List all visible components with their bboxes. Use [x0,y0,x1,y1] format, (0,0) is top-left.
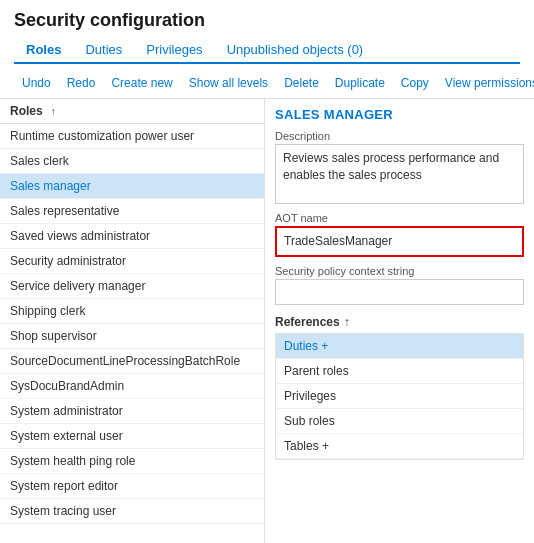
list-item[interactable]: Sales representative [0,199,264,224]
list-item[interactable]: Security administrator [0,249,264,274]
list-header-label: Roles [10,104,43,118]
references-sort: ↑ [344,315,350,329]
security-policy-field[interactable] [275,279,524,305]
list-item[interactable]: System report editor [0,474,264,499]
list-item[interactable]: System administrator [0,399,264,424]
description-label: Description [275,130,524,142]
list-item-sales-manager[interactable]: Sales manager [0,174,264,199]
copy-button[interactable]: Copy [393,73,437,93]
ref-item-parent-roles[interactable]: Parent roles [276,359,523,384]
tab-duties[interactable]: Duties [73,37,134,64]
view-permissions-button[interactable]: View permissions [437,73,534,93]
redo-button[interactable]: Redo [59,73,104,93]
list-item[interactable]: Shipping clerk [0,299,264,324]
list-item[interactable]: Runtime customization power user [0,124,264,149]
roles-list-panel: Roles ↑ Runtime customization power user… [0,99,265,543]
aot-name-label: AOT name [275,212,524,224]
list-item[interactable]: System tracing user [0,499,264,524]
aot-name-value: TradeSalesManager [284,234,392,248]
security-policy-label: Security policy context string [275,265,524,277]
references-list: Duties + Parent roles Privileges Sub rol… [275,333,524,460]
show-all-levels-button[interactable]: Show all levels [181,73,276,93]
description-value: Reviews sales process performance and en… [283,151,499,182]
list-item[interactable]: Shop supervisor [0,324,264,349]
ref-item-sub-roles[interactable]: Sub roles [276,409,523,434]
list-item[interactable]: System external user [0,424,264,449]
ref-item-privileges[interactable]: Privileges [276,384,523,409]
detail-panel: SALES MANAGER Description Reviews sales … [265,99,534,543]
tab-roles[interactable]: Roles [14,37,73,64]
toolbar: Undo Redo Create new Show all levels Del… [0,68,534,99]
undo-button[interactable]: Undo [14,73,59,93]
list-item[interactable]: Saved views administrator [0,224,264,249]
tab-privileges[interactable]: Privileges [134,37,214,64]
detail-title: SALES MANAGER [275,107,524,122]
references-label: References [275,315,340,329]
tab-bar: Roles Duties Privileges Unpublished obje… [14,37,520,64]
list-item[interactable]: System health ping role [0,449,264,474]
list-item[interactable]: SourceDocumentLineProcessingBatchRole [0,349,264,374]
list-item[interactable]: Service delivery manager [0,274,264,299]
references-header: References ↑ [275,315,524,329]
tab-unpublished[interactable]: Unpublished objects (0) [215,37,376,64]
list-header: Roles ↑ [0,99,264,124]
page-title: Security configuration [14,10,520,31]
duplicate-button[interactable]: Duplicate [327,73,393,93]
sort-indicator: ↑ [51,106,56,117]
list-item[interactable]: Sales clerk [0,149,264,174]
delete-button[interactable]: Delete [276,73,327,93]
ref-item-duties[interactable]: Duties + [276,334,523,359]
aot-name-field[interactable]: TradeSalesManager [275,226,524,257]
main-content: Roles ↑ Runtime customization power user… [0,99,534,543]
list-item[interactable]: SysDocuBrandAdmin [0,374,264,399]
ref-item-tables[interactable]: Tables + [276,434,523,459]
create-new-button[interactable]: Create new [103,73,180,93]
description-field[interactable]: Reviews sales process performance and en… [275,144,524,204]
